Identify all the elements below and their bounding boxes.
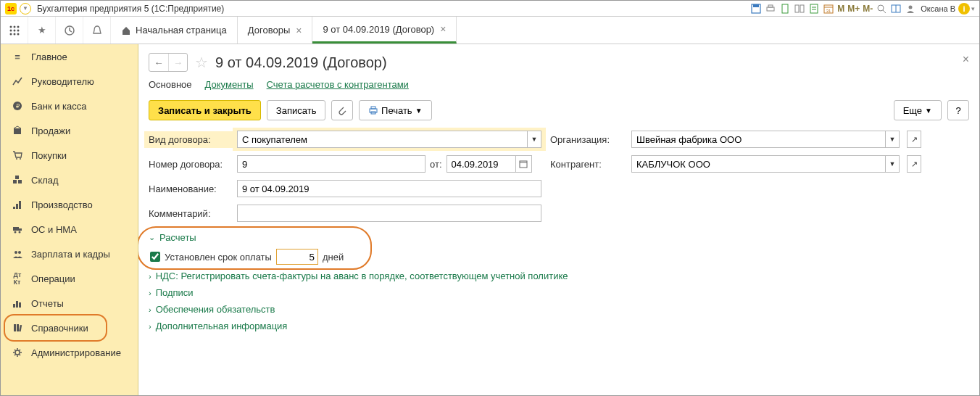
- open-external-icon[interactable]: ↗: [907, 155, 921, 173]
- organization-input[interactable]: [631, 131, 885, 148]
- sidebar-item-catalogs[interactable]: Справочники: [1, 315, 138, 340]
- toolbar-compare-icon[interactable]: [793, 3, 806, 15]
- subnav-documents[interactable]: Документы: [205, 79, 254, 90]
- attach-button[interactable]: [331, 100, 353, 120]
- favorite-star-icon[interactable]: ☆: [195, 54, 208, 71]
- organization-label: Организация:: [550, 134, 623, 145]
- section-calculations-header[interactable]: ⌄Расчеты: [149, 232, 969, 243]
- chevron-right-icon: ›: [149, 305, 151, 314]
- help-button[interactable]: ?: [947, 100, 969, 120]
- toolbar-calc-icon[interactable]: [807, 3, 821, 15]
- sidebar-item-sales[interactable]: Продажи: [1, 118, 138, 143]
- people-icon: [11, 249, 24, 259]
- sidebar-item-assets[interactable]: ОС и НМА: [1, 217, 138, 242]
- zoom-icon[interactable]: [875, 3, 888, 15]
- comment-input[interactable]: [237, 205, 541, 222]
- tab-close-icon[interactable]: ×: [440, 23, 446, 35]
- tab-contracts-label: Договоры: [248, 25, 290, 36]
- close-form-icon[interactable]: ×: [963, 53, 969, 66]
- memory-mplus-button[interactable]: M+: [846, 4, 861, 14]
- sidebar-item-bank[interactable]: ₽Банк и касса: [1, 94, 138, 118]
- nav-forward-button[interactable]: →: [168, 54, 187, 71]
- name-input[interactable]: [237, 180, 541, 197]
- comment-label: Комментарий:: [149, 208, 228, 219]
- payment-days-input[interactable]: [276, 249, 318, 265]
- chevron-down-icon[interactable]: ▼: [885, 131, 900, 148]
- nav-back-button[interactable]: ←: [149, 54, 168, 71]
- window-titlebar: 1c ▼ Бухгалтерия предприятия 5 (1С:Предп…: [1, 1, 979, 17]
- home-icon: ≡: [11, 51, 24, 62]
- counterparty-select[interactable]: ▼: [631, 155, 900, 173]
- notifications-icon[interactable]: [83, 17, 111, 44]
- sidebar-item-manager[interactable]: Руководителю: [1, 69, 138, 94]
- favorites-icon[interactable]: ★: [28, 17, 56, 44]
- tab-contracts[interactable]: Договоры ×: [238, 17, 313, 44]
- apps-grid-icon[interactable]: [1, 17, 28, 44]
- svg-rect-53: [371, 107, 375, 109]
- toolbar-save-icon[interactable]: [749, 3, 763, 15]
- organization-select[interactable]: ▼: [631, 131, 900, 148]
- payment-term-checkbox[interactable]: [150, 252, 160, 262]
- history-icon[interactable]: [56, 17, 83, 44]
- memory-m-button[interactable]: M: [836, 4, 846, 14]
- chart-up-icon: [11, 76, 24, 86]
- save-and-close-button[interactable]: Записать и закрыть: [149, 100, 261, 120]
- save-button[interactable]: Записать: [267, 100, 326, 120]
- contract-date-input[interactable]: [447, 155, 516, 173]
- sidebar-item-hr[interactable]: Зарплата и кадры: [1, 242, 138, 266]
- app-logo-icon: 1c: [5, 3, 17, 15]
- print-button[interactable]: Печать▼: [359, 100, 431, 120]
- sidebar-item-main[interactable]: ≡Главное: [1, 44, 138, 69]
- svg-point-31: [16, 158, 17, 160]
- svg-point-24: [9, 33, 12, 35]
- printer-icon: [368, 105, 378, 115]
- toolbar-doc-icon[interactable]: [778, 3, 792, 15]
- svg-point-44: [18, 251, 21, 254]
- memory-mminus-button[interactable]: M-: [861, 4, 874, 14]
- svg-rect-50: [19, 325, 22, 331]
- counterparty-input[interactable]: [631, 155, 885, 173]
- tab-home[interactable]: Начальная страница: [111, 17, 238, 44]
- sidebar-item-purchases[interactable]: Покупки: [1, 143, 138, 168]
- section-vat-header[interactable]: ›НДС: Регистрировать счета-фактуры на ав…: [149, 271, 969, 281]
- contract-number-input[interactable]: [237, 155, 425, 173]
- section-calculations: ⌄Расчеты Установлен срок оплаты дней: [149, 232, 969, 265]
- sidebar-item-reports[interactable]: Отчеты: [1, 291, 138, 315]
- contract-type-input[interactable]: [237, 131, 527, 148]
- subnav-accounts[interactable]: Счета расчетов с контрагентами: [267, 79, 409, 90]
- chevron-down-icon[interactable]: ▼: [885, 155, 900, 173]
- calendar-icon[interactable]: [516, 155, 532, 173]
- chevron-right-icon: ›: [149, 322, 151, 331]
- contract-type-select[interactable]: ▼: [237, 131, 541, 148]
- toolbar-calendar-icon[interactable]: 31: [822, 3, 835, 15]
- sidebar-item-production[interactable]: Производство: [1, 192, 138, 217]
- svg-rect-55: [520, 161, 527, 168]
- svg-point-43: [14, 251, 17, 254]
- counterparty-label: Контрагент:: [550, 159, 623, 170]
- svg-rect-35: [15, 176, 19, 179]
- name-label: Наименование:: [149, 183, 228, 194]
- user-icon: [904, 3, 917, 15]
- sidebar-item-warehouse[interactable]: Склад: [1, 168, 138, 192]
- tab-current-contract[interactable]: 9 от 04.09.2019 (Договор) ×: [312, 17, 457, 44]
- info-icon[interactable]: i: [958, 3, 970, 15]
- svg-rect-4: [782, 4, 788, 13]
- section-guarantees-header[interactable]: ›Обеспечения обязательств: [149, 304, 969, 315]
- svg-point-51: [15, 350, 20, 355]
- toolbar-print-icon[interactable]: [764, 3, 777, 15]
- app-menu-dropdown[interactable]: ▼: [20, 3, 31, 15]
- subnav-main[interactable]: Основное: [149, 79, 192, 90]
- more-button[interactable]: Еще▼: [894, 100, 942, 120]
- tab-close-icon[interactable]: ×: [296, 25, 302, 36]
- svg-rect-5: [795, 5, 799, 12]
- panel-toggle-icon[interactable]: [889, 3, 902, 15]
- svg-rect-36: [13, 207, 15, 209]
- section-addinfo-header[interactable]: ›Дополнительная информация: [149, 321, 969, 331]
- chevron-down-icon[interactable]: ▼: [527, 131, 541, 148]
- ruble-icon: ₽: [11, 101, 24, 111]
- section-signatures-header[interactable]: ›Подписи: [149, 287, 969, 298]
- truck-icon: [11, 224, 24, 234]
- sidebar-item-operations[interactable]: ДтКтОперации: [1, 266, 138, 291]
- sidebar-item-admin[interactable]: Администрирование: [1, 340, 138, 365]
- open-external-icon[interactable]: ↗: [907, 131, 921, 148]
